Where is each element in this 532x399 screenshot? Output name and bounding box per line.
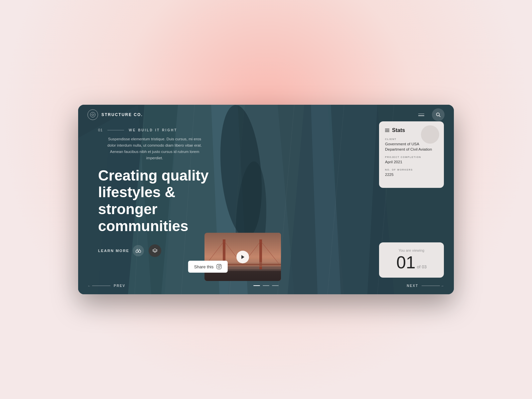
slide-divider-line (107, 130, 124, 130)
logo-area: STRUCTURE CO. (87, 109, 143, 120)
stats-completion-label: PROJECT COMPLETION (385, 156, 438, 158)
nav-right (415, 108, 445, 121)
search-icon (436, 112, 441, 117)
viewing-number-row: 01 of 03 (385, 254, 438, 271)
slide-dot-2[interactable] (263, 285, 269, 286)
svg-marker-43 (241, 255, 244, 259)
next-arrow: → (422, 284, 445, 288)
share-label: Share this (194, 264, 214, 269)
slide-dot-1[interactable] (253, 285, 260, 286)
viewing-total: 03 (422, 264, 427, 269)
main-headline: Creating quality lifestyles & stronger c… (98, 167, 224, 234)
layers-icon (152, 248, 158, 253)
stats-completion-field: PROJECT COMPLETION April 2021 (385, 156, 438, 165)
stats-workers-field: NO. OF WORKERS 2225 (385, 169, 438, 177)
next-arrow-line (422, 286, 440, 286)
share-button[interactable]: Share this (188, 261, 228, 273)
stats-client-value-2: Department of Civil Aviation (385, 147, 438, 152)
svg-point-18 (90, 112, 95, 117)
prev-arrow: ← (87, 284, 110, 288)
svg-point-21 (136, 250, 138, 252)
prev-button[interactable]: ← PREV (87, 284, 125, 288)
main-window: STRUCTURE CO. 01 WE BUILD IT RIGHT Suspe… (78, 105, 454, 294)
viewing-label: You are viewing (385, 248, 438, 252)
slide-number-row: 01 WE BUILD IT RIGHT (98, 128, 224, 132)
arrow-right-symbol: → (441, 284, 445, 288)
svg-point-29 (218, 266, 220, 268)
stats-menu-icon (385, 129, 389, 132)
stats-title: Stats (392, 127, 405, 133)
slide-number: 01 (98, 128, 103, 132)
slide-dots (253, 285, 279, 286)
next-label: NEXT (407, 284, 418, 288)
binoculars-icon (133, 245, 144, 256)
svg-point-22 (138, 250, 141, 252)
stats-decorative-circle (421, 125, 439, 144)
navbar: STRUCTURE CO. (78, 105, 454, 125)
logo-icon (87, 109, 98, 120)
menu-button[interactable] (415, 109, 427, 121)
svg-rect-23 (138, 251, 139, 252)
layers-button[interactable] (149, 244, 161, 257)
viewing-card: You are viewing 01 of 03 (379, 242, 444, 278)
menu-line-1 (385, 129, 389, 129)
viewing-separator: of (417, 264, 421, 269)
video-play-button[interactable] (236, 251, 249, 263)
search-button[interactable] (432, 108, 445, 121)
menu-line-3 (385, 131, 389, 132)
hamburger-line-2 (418, 115, 424, 116)
svg-rect-28 (216, 264, 221, 269)
prev-label: PREV (114, 284, 125, 288)
slide-tagline: WE BUILD IT RIGHT (129, 128, 177, 132)
instagram-icon (216, 264, 221, 269)
bottom-bar: ← PREV NEXT → (78, 277, 454, 294)
stats-card: Stats CLIENT Government of USA Departmen… (379, 121, 444, 188)
svg-point-30 (220, 265, 220, 266)
svg-line-20 (439, 116, 441, 117)
brand-name: STRUCTURE CO. (101, 112, 143, 117)
learn-more-label: LEARN MORE (98, 249, 129, 253)
video-thumbnail (204, 233, 281, 281)
menu-line-2 (385, 130, 389, 131)
intro-paragraph: Suspendisse elementum tristique. Duis cu… (105, 136, 204, 161)
learn-more-button[interactable]: LEARN MORE (98, 245, 144, 256)
play-icon (241, 255, 245, 259)
stats-workers-value: 2225 (385, 172, 438, 177)
slide-dot-3[interactable] (272, 285, 279, 286)
viewing-current: 01 (396, 254, 416, 271)
prev-arrow-line (92, 286, 110, 286)
stats-workers-label: NO. OF WORKERS (385, 169, 438, 171)
hamburger-line-1 (418, 114, 424, 114)
arrow-left-symbol: ← (87, 284, 91, 288)
stats-completion-value: April 2021 (385, 159, 438, 165)
next-button[interactable]: NEXT → (407, 284, 445, 288)
video-card (204, 233, 281, 281)
